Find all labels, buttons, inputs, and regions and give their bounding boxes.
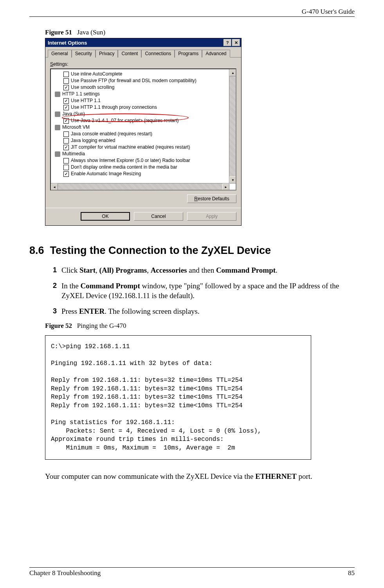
step-text: Press ENTER. The following screen displa… <box>61 306 355 316</box>
section-heading: 8.6 Testing the Connection to the ZyXEL … <box>29 245 355 257</box>
help-button[interactable]: ? <box>224 39 231 46</box>
dialog-body: Settings: Use inline AutoCompleteUse Pas… <box>45 58 241 208</box>
tree-item[interactable]: Enable Automatic Image Resizing <box>52 171 228 177</box>
restore-defaults-button[interactable]: Restore Defaults <box>187 194 236 203</box>
step-item: 2In the Command Prompt window, type "pin… <box>53 281 355 301</box>
horizontal-scrollbar[interactable]: ◄ ► <box>51 183 229 190</box>
apply-button[interactable]: Apply <box>187 212 236 221</box>
tab-advanced[interactable]: Advanced <box>202 50 230 58</box>
step-number: 1 <box>53 265 61 275</box>
folder-icon <box>55 125 60 130</box>
tree-item-label: Use Passive FTP (for firewall and DSL mo… <box>71 77 197 84</box>
checkbox-icon[interactable] <box>63 72 69 77</box>
footer-page-number: 85 <box>348 569 355 577</box>
tab-privacy[interactable]: Privacy <box>96 50 118 58</box>
tree-item[interactable]: Don't display online media content in th… <box>52 164 228 171</box>
ok-button[interactable]: OK <box>81 212 130 221</box>
conclusion-text: Your computer can now communicate with t… <box>45 471 355 482</box>
close-button[interactable]: ✕ <box>232 39 240 46</box>
tab-content[interactable]: Content <box>118 50 141 58</box>
tree-item-label: Use Java 2 v1.4.1_07 for <applet> (requi… <box>71 117 178 124</box>
figure51-text: Java (Sun) <box>77 29 105 36</box>
tree-group: Java (Sun) <box>52 111 228 117</box>
console-output: C:\>ping 192.168.1.11 Pinging 192.168.1.… <box>45 335 311 460</box>
tab-programs[interactable]: Programs <box>175 50 202 58</box>
tree-group: Microsoft VM <box>52 124 228 131</box>
step-item: 1Click Start, (All) Programs, Accessorie… <box>53 265 355 275</box>
internet-options-dialog: Internet Options ? ✕ General Security Pr… <box>45 38 242 226</box>
tab-general[interactable]: General <box>48 50 72 58</box>
tree-group-label: Multimedia <box>62 151 85 157</box>
checkbox-icon[interactable] <box>63 158 69 164</box>
checkbox-icon[interactable] <box>63 145 69 150</box>
vertical-scrollbar[interactable]: ▲ ▼ <box>229 69 236 183</box>
step-text: Click Start, (All) Programs, Accessories… <box>61 265 355 275</box>
checkbox-icon[interactable] <box>63 105 69 110</box>
checkbox-icon[interactable] <box>63 85 69 90</box>
tree-item[interactable]: Use HTTP 1.1 <box>52 97 228 104</box>
checkbox-icon[interactable] <box>63 98 69 104</box>
checkbox-icon[interactable] <box>63 138 69 144</box>
doc-title: G-470 User's Guide <box>302 8 355 15</box>
tree-item[interactable]: Use HTTP 1.1 through proxy connections <box>52 104 228 111</box>
settings-label: Settings: <box>50 61 236 67</box>
section-number: 8.6 <box>29 245 44 256</box>
tab-security[interactable]: Security <box>72 50 96 58</box>
scroll-right-icon[interactable]: ► <box>222 183 229 191</box>
tree-item-label: Enable Automatic Image Resizing <box>71 171 141 177</box>
tree-group: Multimedia <box>52 151 228 157</box>
tree-item-label: Use HTTP 1.1 through proxy connections <box>71 104 157 111</box>
tree-item[interactable]: Always show Internet Explorer (5.0 or la… <box>52 157 228 164</box>
tree-item-label: Use inline AutoComplete <box>71 71 122 77</box>
steps-list: 1Click Start, (All) Programs, Accessorie… <box>53 265 355 316</box>
scroll-up-icon[interactable]: ▲ <box>229 69 236 76</box>
tree-group-label: HTTP 1.1 settings <box>62 91 100 97</box>
page-footer: Chapter 8 Troubleshooting 85 <box>29 567 355 577</box>
tree-item[interactable]: Use Java 2 v1.4.1_07 for <applet> (requi… <box>52 117 228 124</box>
section-title: Testing the Connection to the ZyXEL Devi… <box>50 245 271 256</box>
tree-item[interactable]: Use smooth scrolling <box>52 84 228 91</box>
folder-icon <box>55 151 60 157</box>
checkbox-icon[interactable] <box>63 78 69 84</box>
tab-row: General Security Privacy Content Connect… <box>45 47 241 58</box>
scroll-down-icon[interactable]: ▼ <box>229 176 236 183</box>
cancel-button[interactable]: Cancel <box>134 212 183 221</box>
checkbox-icon[interactable] <box>63 171 69 177</box>
step-number: 3 <box>53 306 61 316</box>
figure52-text: Pinging the G-470 <box>77 322 126 329</box>
tree-item[interactable]: JIT compiler for virtual machine enabled… <box>52 144 228 151</box>
tab-connections[interactable]: Connections <box>141 50 175 58</box>
scroll-left-icon[interactable]: ◄ <box>51 183 58 191</box>
tree-item-label: JIT compiler for virtual machine enabled… <box>71 144 190 151</box>
tree-group-label: Java (Sun) <box>62 111 85 117</box>
tree-item[interactable]: Use inline AutoComplete <box>52 71 228 77</box>
dialog-title: Internet Options <box>48 40 87 46</box>
checkbox-icon[interactable] <box>63 131 69 137</box>
step-number: 2 <box>53 281 61 301</box>
page-header: G-470 User's Guide <box>29 8 355 17</box>
tree-item[interactable]: Java logging enabled <box>52 137 228 144</box>
dialog-button-row: OK Cancel Apply <box>45 208 241 225</box>
folder-icon <box>55 92 60 97</box>
figure52-label: Figure 52 <box>45 322 72 329</box>
tree-item[interactable]: Use Passive FTP (for firewall and DSL mo… <box>52 77 228 84</box>
settings-tree[interactable]: Use inline AutoCompleteUse Passive FTP (… <box>50 68 236 191</box>
step-item: 3Press ENTER. The following screen displ… <box>53 306 355 316</box>
checkbox-icon[interactable] <box>63 165 69 170</box>
checkbox-icon[interactable] <box>63 118 69 124</box>
footer-chapter: Chapter 8 Troubleshooting <box>29 569 101 577</box>
tree-item-label: Use smooth scrolling <box>71 84 114 91</box>
folder-icon <box>55 111 60 117</box>
tree-item-label: Use HTTP 1.1 <box>71 97 101 104</box>
tree-item-label: Always show Internet Explorer (5.0 or la… <box>71 157 190 164</box>
dialog-titlebar: Internet Options ? ✕ <box>45 38 241 47</box>
tree-group: HTTP 1.1 settings <box>52 91 228 97</box>
figure52-caption: Figure 52 Pinging the G-470 <box>45 322 355 330</box>
figure51-label: Figure 51 <box>45 29 72 36</box>
step-text: In the Command Prompt window, type "ping… <box>61 281 355 301</box>
tree-item-label: Java console enabled (requires restart) <box>71 131 152 137</box>
tree-item[interactable]: Java console enabled (requires restart) <box>52 131 228 137</box>
tree-item-label: Java logging enabled <box>71 137 115 144</box>
figure51-caption: Figure 51 Java (Sun) <box>45 29 355 36</box>
tree-item-label: Don't display online media content in th… <box>71 164 177 171</box>
